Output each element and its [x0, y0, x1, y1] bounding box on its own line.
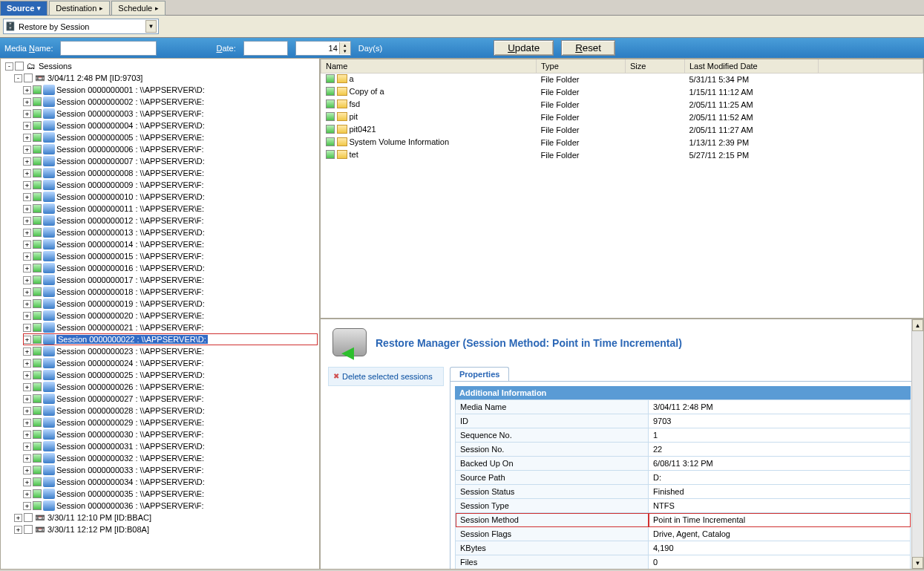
checkbox[interactable] [33, 121, 42, 130]
expand-icon[interactable]: + [23, 193, 31, 201]
file-row[interactable]: pit0421File Folder2/05/11 11:27 AM [321, 123, 923, 136]
expand-icon[interactable]: + [23, 98, 31, 106]
expand-icon[interactable]: + [23, 229, 31, 237]
scrollbar[interactable]: ▲ ▼ [911, 319, 923, 569]
checkbox[interactable] [33, 240, 42, 249]
expand-icon[interactable]: + [23, 157, 31, 166]
checkbox[interactable] [33, 406, 42, 415]
tree-session-node[interactable]: +Session 0000000027 : \\APPSERVER\F: [23, 393, 318, 405]
checkbox[interactable] [33, 323, 42, 332]
tree-session-node[interactable]: +Session 0000000015 : \\APPSERVER\F: [23, 250, 318, 262]
checkbox[interactable] [33, 85, 42, 94]
tab-source[interactable]: Source▾ [0, 1, 47, 16]
expand-icon[interactable]: + [23, 443, 31, 451]
checkbox[interactable] [33, 382, 42, 391]
checkbox[interactable] [33, 287, 42, 296]
checkbox[interactable] [326, 150, 335, 159]
expand-icon[interactable]: + [14, 526, 22, 534]
checkbox[interactable] [33, 228, 42, 237]
checkbox[interactable] [33, 371, 42, 379]
expand-icon[interactable]: + [23, 288, 31, 296]
checkbox[interactable] [33, 264, 42, 273]
expand-icon[interactable]: + [23, 407, 31, 415]
tree-session-node[interactable]: +Session 0000000030 : \\APPSERVER\F: [23, 428, 318, 440]
tree-session-node[interactable]: +Session 0000000018 : \\APPSERVER\F: [23, 286, 318, 298]
checkbox[interactable] [15, 62, 24, 71]
tree-session-node[interactable]: +Session 0000000024 : \\APPSERVER\F: [23, 357, 318, 369]
checkbox[interactable] [24, 513, 33, 522]
file-row[interactable]: System Volume InformationFile Folder1/13… [321, 136, 923, 149]
collapse-icon[interactable]: - [5, 62, 13, 71]
tree-session-node[interactable]: +Session 0000000002 : \\APPSERVER\E: [23, 96, 318, 108]
checkbox[interactable] [33, 216, 42, 225]
expand-icon[interactable]: + [23, 383, 31, 391]
tree-media-node[interactable]: - 3/04/11 2:48 PM [ID:9703] [14, 72, 318, 84]
checkbox[interactable] [33, 275, 42, 284]
expand-icon[interactable]: + [23, 419, 31, 427]
tree-session-node[interactable]: +Session 0000000009 : \\APPSERVER\F: [23, 179, 318, 191]
tree-session-node[interactable]: +Session 0000000032 : \\APPSERVER\E: [23, 452, 318, 464]
tree-session-node[interactable]: +Session 0000000034 : \\APPSERVER\D: [23, 476, 318, 488]
tree-session-node[interactable]: +Session 0000000017 : \\APPSERVER\E: [23, 274, 318, 286]
file-row[interactable]: fsdFile Folder2/05/11 11:25 AM [321, 98, 923, 111]
tree-session-node[interactable]: +Session 0000000029 : \\APPSERVER\E: [23, 417, 318, 428]
days-spinner[interactable]: 14▲▼ [295, 41, 351, 56]
checkbox[interactable] [33, 466, 42, 474]
checkbox[interactable] [33, 430, 42, 439]
expand-icon[interactable]: + [23, 86, 31, 94]
tree-session-node[interactable]: +Session 0000000012 : \\APPSERVER\F: [23, 215, 318, 226]
expand-icon[interactable]: + [23, 502, 31, 510]
checkbox[interactable] [326, 137, 335, 146]
checkbox[interactable] [33, 347, 42, 356]
expand-icon[interactable]: + [23, 146, 31, 154]
checkbox[interactable] [24, 74, 33, 82]
expand-icon[interactable]: + [23, 241, 31, 249]
date-range-select[interactable]: Last▼ [243, 41, 288, 56]
scroll-down-icon[interactable]: ▼ [912, 557, 923, 569]
file-list[interactable]: Name Type Size Last Modified Date aFile … [320, 59, 924, 319]
tab-destination[interactable]: Destination▸ [49, 1, 110, 16]
tree-session-node[interactable]: +Session 0000000026 : \\APPSERVER\E: [23, 381, 318, 393]
expand-icon[interactable]: + [23, 431, 31, 439]
checkbox[interactable] [326, 99, 335, 108]
column-type[interactable]: Type [537, 59, 626, 73]
checkbox[interactable] [33, 477, 42, 486]
properties-tab[interactable]: Properties [450, 367, 509, 381]
checkbox[interactable] [326, 87, 335, 96]
expand-icon[interactable]: + [23, 359, 31, 368]
expand-icon[interactable]: + [23, 348, 31, 356]
expand-icon[interactable]: + [23, 110, 31, 118]
checkbox[interactable] [326, 112, 335, 121]
checkbox[interactable] [33, 501, 42, 510]
tree-session-node[interactable]: +Session 0000000003 : \\APPSERVER\F: [23, 108, 318, 120]
tree-session-node[interactable]: +Session 0000000013 : \\APPSERVER\D: [23, 226, 318, 238]
checkbox[interactable] [33, 157, 42, 166]
checkbox[interactable] [33, 169, 42, 177]
checkbox[interactable] [33, 97, 42, 106]
update-button[interactable]: Update [494, 40, 554, 56]
tree-session-node[interactable]: +Session 0000000031 : \\APPSERVER\D: [23, 440, 318, 452]
reset-button[interactable]: Reset [561, 40, 615, 56]
checkbox[interactable] [24, 525, 33, 534]
session-tree[interactable]: - Sessions - 3/04/11 2:48 PM [ID:9703] +… [0, 58, 320, 570]
checkbox[interactable] [33, 418, 42, 427]
column-size[interactable]: Size [626, 59, 685, 73]
expand-icon[interactable]: + [23, 454, 31, 463]
expand-icon[interactable]: + [23, 336, 31, 344]
tree-session-node[interactable]: +Session 0000000025 : \\APPSERVER\D: [23, 369, 318, 381]
checkbox[interactable] [33, 180, 42, 189]
checkbox[interactable] [326, 74, 335, 83]
checkbox[interactable] [326, 125, 335, 134]
tree-session-node[interactable]: +Session 0000000020 : \\APPSERVER\E: [23, 310, 318, 322]
tree-session-node[interactable]: +Session 0000000033 : \\APPSERVER\F: [23, 464, 318, 476]
checkbox[interactable] [33, 252, 42, 261]
tab-schedule[interactable]: Schedule▸ [111, 1, 166, 16]
file-row[interactable]: tetFile Folder5/27/11 2:15 PM [321, 149, 923, 161]
tree-session-node[interactable]: +Session 0000000019 : \\APPSERVER\D: [23, 298, 318, 310]
file-row[interactable]: pitFile Folder2/05/11 11:52 AM [321, 111, 923, 123]
checkbox[interactable] [33, 454, 42, 463]
tree-session-node[interactable]: +Session 0000000021 : \\APPSERVER\F: [23, 322, 318, 333]
expand-icon[interactable]: + [23, 134, 31, 142]
tree-session-node[interactable]: +Session 0000000008 : \\APPSERVER\E: [23, 167, 318, 179]
checkbox[interactable] [33, 489, 42, 498]
